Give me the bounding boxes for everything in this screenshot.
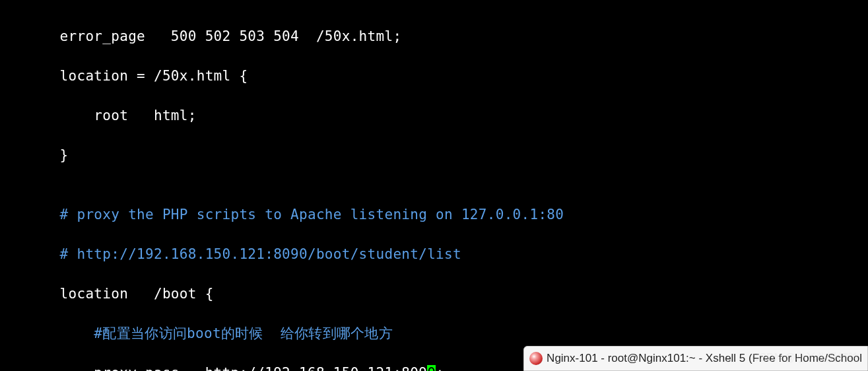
code-text: ; — [436, 365, 444, 371]
code-line: error_page 500 502 503 504 /50x.html; — [0, 26, 868, 46]
comment-line: #配置当你访问boot的时候 给你转到哪个地方 — [0, 323, 868, 343]
code-line: root html; — [0, 106, 868, 125]
taskbar-window-button[interactable]: Nginx-101 - root@Nginx101:~ - Xshell 5 (… — [523, 346, 868, 371]
taskbar-title: Nginx-101 - root@Nginx101:~ - Xshell 5 (… — [547, 349, 862, 368]
code-text: proxy_pass http://192.168.150.121:809 — [0, 365, 427, 371]
comment-line: # http://192.168.150.121:8090/boot/stude… — [0, 244, 868, 264]
xshell-icon — [529, 352, 543, 365]
terminal-view[interactable]: error_page 500 502 503 504 /50x.html; lo… — [0, 0, 868, 371]
code-line: } — [0, 145, 868, 165]
code-line: location = /50x.html { — [0, 66, 868, 86]
terminal-cursor: 0 — [427, 365, 436, 371]
comment-line: # proxy the PHP scripts to Apache listen… — [0, 205, 868, 224]
code-line: location /boot { — [0, 284, 868, 304]
